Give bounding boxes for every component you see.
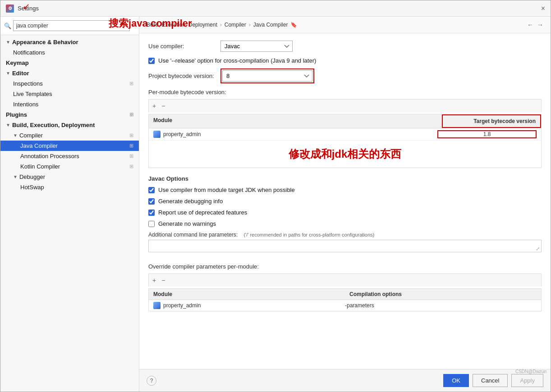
search-icon: 🔍 (4, 23, 11, 29)
override-module-name: property_admin (163, 302, 201, 309)
search-input[interactable] (13, 20, 130, 31)
bytecode-select-wrapper: 8 9 11 17 (220, 68, 314, 83)
sidebar-item-label: HotSwap (20, 184, 44, 191)
use-compiler-label: Use compiler: (148, 43, 220, 50)
module-name: property_admin (163, 131, 201, 137)
table-bytecode-header: Target bytecode version (442, 114, 541, 128)
additional-params-wrapper: ⤢ (148, 240, 542, 258)
javac-option-2: Generate debugging info (148, 198, 542, 205)
jdk-annotation-area: 修改成和jdk相关的东西 (149, 141, 541, 168)
apply-button[interactable]: Apply (511, 374, 543, 387)
bytecode-cell: 1.8 (437, 130, 537, 138)
settings-icon: ⊞ (129, 153, 133, 159)
close-button[interactable]: × (541, 5, 545, 13)
help-button[interactable]: ? (147, 376, 156, 386)
override-section: Override compiler parameters per-module:… (148, 263, 542, 311)
override-label: Override compiler parameters per-module: (148, 263, 542, 270)
use-compiler-row: Use compiler: Javac Eclipse (148, 41, 542, 52)
javac-option-1-label: Use compiler from module target JDK when… (158, 187, 295, 193)
sidebar-item-inspections[interactable]: Inspections ⊞ (0, 78, 139, 89)
table-row[interactable]: property_admin 1.8 (149, 128, 541, 141)
settings-icon: ⊞ (129, 132, 133, 138)
sidebar-item-annotation-processors[interactable]: Annotation Processors ⊞ (0, 151, 139, 161)
override-module-header: Module (149, 289, 345, 300)
sidebar-item-compiler[interactable]: ▼ Compiler ⊞ (0, 130, 139, 141)
nav-arrows: ← → (527, 21, 543, 28)
breadcrumb-current: Java Compiler (253, 22, 288, 28)
javac-option-1: Use compiler from module target JDK when… (148, 187, 542, 193)
nav-forward-button[interactable]: → (537, 21, 543, 28)
caret-icon: ▼ (13, 174, 18, 179)
jdk-annotation: 修改成和jdk相关的东西 (284, 142, 406, 166)
sidebar-item-plugins[interactable]: Plugins ⊞ (0, 109, 139, 120)
sidebar: 🔍 × ▼ Appearance & Behavior Notification… (0, 17, 139, 392)
javac-option-2-checkbox[interactable] (148, 198, 155, 205)
caret-icon: ▼ (13, 133, 18, 138)
sidebar-item-label: Inspections (13, 80, 43, 87)
bookmark-icon[interactable]: 🔖 (290, 22, 297, 28)
bytecode-version-select[interactable]: 8 9 11 17 (222, 70, 312, 82)
javac-options-section: Javac Options Use compiler from module t… (148, 175, 542, 311)
add-module-button[interactable]: + (151, 101, 158, 110)
footer: ? OK Cancel Apply (139, 369, 551, 392)
settings-icon: ⊞ (129, 81, 133, 87)
sidebar-item-label: Appearance & Behavior (12, 39, 78, 46)
breadcrumb-bar: Build, Execution, Deployment › Compiler … (139, 17, 551, 33)
breadcrumb-part-2: Compiler (225, 22, 246, 28)
sidebar-item-notifications[interactable]: Notifications (0, 47, 139, 58)
sidebar-item-label: Compiler (19, 132, 43, 139)
ok-button[interactable]: OK (443, 374, 469, 387)
table-module-header: Module (149, 114, 442, 128)
sidebar-item-label: Editor (12, 70, 29, 77)
window-title: Settings (18, 5, 39, 12)
override-options-cell: -parameters (345, 302, 537, 309)
override-module-cell: property_admin (153, 302, 345, 309)
per-module-table: Module Target bytecode version property_… (148, 114, 542, 168)
breadcrumb-part-1: Build, Execution, Deployment (147, 22, 217, 28)
sidebar-item-label: Live Templates (13, 91, 52, 97)
sidebar-item-label: Debugger (19, 173, 45, 180)
sidebar-item-appearance-behavior[interactable]: ▼ Appearance & Behavior (0, 37, 139, 47)
per-module-section: Per-module bytecode version: + − Module … (148, 89, 542, 168)
javac-option-1-checkbox[interactable] (148, 187, 155, 193)
additional-params-hint: ('/' recommended in paths for cross-plat… (243, 232, 374, 237)
javac-option-3: Report use of deprecated features (148, 209, 542, 216)
javac-option-2-label: Generate debugging info (158, 198, 223, 205)
breadcrumb-sep-2: › (249, 22, 251, 28)
sidebar-item-editor[interactable]: ▼ Editor (0, 68, 139, 78)
sidebar-item-label: Keymap (6, 59, 29, 66)
search-clear-button[interactable]: × (132, 22, 135, 29)
cancel-button[interactable]: Cancel (473, 374, 508, 387)
override-header: Module Compilation options (149, 289, 541, 300)
sidebar-item-label: Plugins (6, 111, 27, 118)
main-content: 🔍 × ▼ Appearance & Behavior Notification… (0, 17, 551, 392)
sidebar-item-java-compiler[interactable]: Java Compiler ⊞ (0, 141, 139, 151)
table-header: Module Target bytecode version (149, 114, 541, 128)
override-toolbar: + − (148, 273, 542, 287)
sidebar-item-live-templates[interactable]: Live Templates (0, 89, 139, 99)
remove-override-button[interactable]: − (160, 276, 167, 285)
javac-option-3-checkbox[interactable] (148, 210, 155, 216)
additional-params-input[interactable] (148, 240, 542, 252)
compiler-select[interactable]: Javac Eclipse (220, 41, 293, 52)
override-table-row[interactable]: property_admin -parameters (149, 300, 541, 311)
settings-icon: ⊞ (129, 143, 133, 149)
sidebar-item-hotswap[interactable]: HotSwap (0, 182, 139, 192)
search-box: 🔍 × (0, 17, 139, 35)
sidebar-item-kotlin-compiler[interactable]: Kotlin Compiler ⊞ (0, 161, 139, 172)
add-override-button[interactable]: + (151, 276, 158, 285)
module-cell: property_admin (153, 131, 437, 138)
sidebar-item-label: Annotation Processors (20, 153, 79, 160)
release-option-row: Use '--release' option for cross-compila… (148, 57, 542, 64)
sidebar-item-debugger[interactable]: ▼ Debugger (0, 172, 139, 182)
per-module-table-container: Module Target bytecode version property_… (148, 114, 542, 168)
javac-option-4-checkbox[interactable] (148, 221, 155, 227)
javac-option-3-label: Report use of deprecated features (158, 209, 247, 216)
watermark: CSDN@Dwzun (515, 369, 546, 374)
sidebar-item-keymap[interactable]: Keymap (0, 58, 139, 68)
sidebar-item-intentions[interactable]: Intentions (0, 99, 139, 109)
remove-module-button[interactable]: − (160, 101, 167, 110)
sidebar-item-build-execution[interactable]: ▼ Build, Execution, Deployment (0, 120, 139, 130)
release-option-checkbox[interactable] (148, 58, 155, 64)
nav-back-button[interactable]: ← (527, 21, 533, 28)
